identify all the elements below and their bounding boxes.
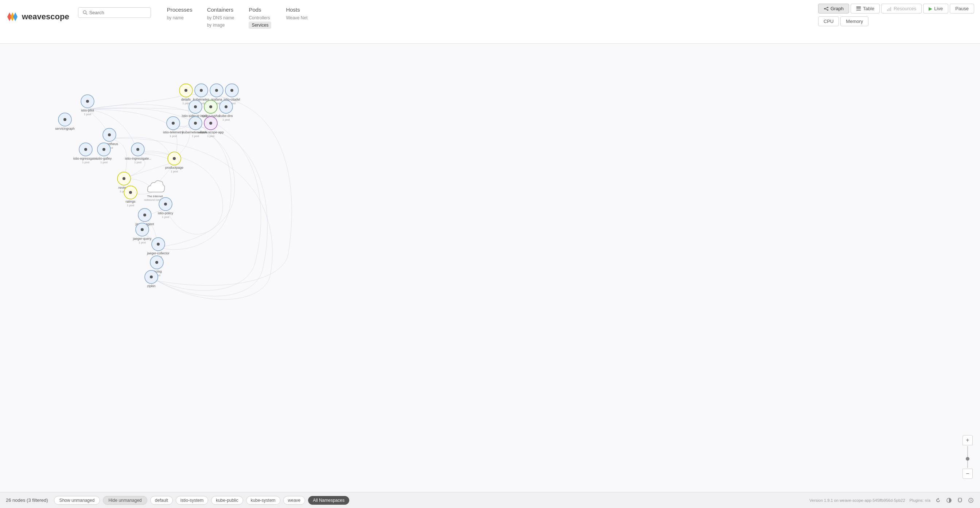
svg-text:1 pod: 1 pod: [192, 135, 199, 138]
svg-text:jaeger-query: jaeger-query: [133, 237, 152, 241]
resources-button[interactable]: Resources: [881, 4, 922, 13]
nav-pods-controllers[interactable]: Controllers: [249, 14, 271, 22]
logo-brand: weave: [22, 12, 46, 21]
svg-text:istio-policy: istio-policy: [158, 211, 173, 215]
svg-point-6: [827, 6, 829, 8]
graph-label: Graph: [830, 6, 844, 11]
svg-text:1 pod: 1 pod: [82, 161, 89, 164]
svg-text:1 pod: 1 pod: [84, 113, 91, 116]
node-zipkin[interactable]: zipkin: [145, 270, 158, 288]
search-area: [78, 0, 160, 18]
svg-point-103: [141, 228, 144, 231]
node-jaeger-query[interactable]: jaeger-query 1 pod: [133, 223, 152, 244]
memory-button[interactable]: Memory: [840, 16, 869, 26]
bottom-right: Version 1.9.1 on weave-scope-app-545ffb9…: [810, 497, 974, 503]
svg-text:istio-pilot: istio-pilot: [81, 109, 94, 112]
nav-processes[interactable]: Processes: [167, 4, 192, 14]
zoom-in-button[interactable]: +: [963, 435, 973, 445]
search-icon: [83, 10, 88, 15]
svg-point-22: [64, 118, 66, 121]
svg-text:details: details: [181, 98, 191, 101]
svg-line-8: [825, 7, 827, 8]
help-icon[interactable]: ?: [967, 497, 974, 503]
svg-text:zipkin: zipkin: [147, 284, 155, 288]
nav-pods[interactable]: Pods: [249, 4, 271, 14]
hide-unmanaged-button[interactable]: Hide unmanaged: [103, 496, 147, 505]
svg-point-77: [209, 122, 212, 125]
svg-point-18: [86, 100, 89, 103]
svg-text:1 pod: 1 pod: [134, 161, 142, 164]
node-count: 26 nodes (3 filtered): [6, 497, 48, 503]
svg-text:istio-ingressgate..: istio-ingressgate..: [125, 157, 151, 160]
svg-point-25: [108, 133, 111, 136]
svg-rect-118: [958, 498, 961, 502]
pause-button[interactable]: Pause: [950, 4, 974, 13]
svg-point-45: [185, 89, 188, 92]
main-content: istio-pilot 1 pod servicingraph promethe…: [0, 44, 980, 508]
svg-point-85: [123, 177, 126, 180]
namespace-all[interactable]: All Namespaces: [308, 496, 349, 505]
toolbar-row-1: Graph Table Resources ▶: [818, 4, 974, 13]
node-istio-pilot[interactable]: istio-pilot 1 pod: [81, 95, 94, 116]
svg-rect-13: [887, 9, 888, 11]
show-unmanaged-button[interactable]: Show unmanaged: [54, 496, 100, 505]
svg-point-53: [215, 89, 218, 92]
cpu-button[interactable]: CPU: [818, 16, 839, 26]
svg-point-3: [83, 11, 86, 13]
svg-line-4: [86, 13, 87, 15]
svg-point-65: [209, 105, 212, 108]
node-istio-galley[interactable]: istio-galley 1 pod: [96, 143, 112, 164]
svg-text:1 pod: 1 pod: [127, 204, 134, 207]
contrast-icon[interactable]: [946, 497, 952, 503]
node-istio-egressgate[interactable]: istio-egressgate.. 1 pod: [73, 143, 99, 164]
svg-text:weave-scope-app: weave-scope-app: [197, 130, 223, 134]
resources-icon: [887, 6, 892, 11]
node-kube-dns[interactable]: kube-dns 1 pod: [219, 100, 233, 121]
svg-text:The Internet: The Internet: [147, 195, 163, 198]
svg-text:istio-galley: istio-galley: [96, 157, 112, 160]
zoom-out-button[interactable]: −: [963, 468, 973, 479]
nav-hosts[interactable]: Hosts: [286, 4, 308, 14]
graph-button[interactable]: Graph: [818, 4, 849, 13]
graph-svg: istio-pilot 1 pod servicingraph promethe…: [0, 44, 980, 508]
refresh-icon[interactable]: [935, 497, 941, 503]
svg-marker-2: [13, 13, 18, 21]
nav-hosts-weavenet[interactable]: Weave Net: [286, 14, 308, 22]
namespace-istio-system[interactable]: istio-system: [176, 496, 208, 505]
toolbar-area: Graph Table Resources ▶: [811, 0, 974, 26]
node-ratings[interactable]: ratings 1 pod: [124, 186, 137, 207]
node-details[interactable]: details 1 pod: [180, 84, 192, 105]
svg-point-49: [200, 89, 203, 92]
debug-icon[interactable]: [957, 497, 963, 503]
nav-containers-byimage[interactable]: by image: [207, 22, 234, 29]
svg-point-41: [172, 122, 175, 125]
namespace-kube-system[interactable]: kube-system: [246, 496, 280, 505]
nav-containers[interactable]: Containers: [207, 4, 234, 14]
table-label: Table: [863, 6, 874, 11]
live-button[interactable]: ▶ Live: [923, 4, 948, 13]
node-istio-telemetry[interactable]: istio-telemetry 1 pod: [163, 117, 184, 138]
svg-point-61: [194, 105, 197, 108]
search-box[interactable]: [78, 7, 151, 18]
logo-suffix: scope: [46, 12, 69, 21]
node-jaeger-collector[interactable]: jaeger-collector 1 pod: [146, 238, 170, 259]
namespace-kube-public[interactable]: kube-public: [211, 496, 243, 505]
logo-text: weavescope: [22, 12, 69, 22]
namespace-default[interactable]: default: [150, 496, 173, 505]
node-productpage[interactable]: productpage 1 pod: [165, 152, 183, 173]
node-istio-ingressgate[interactable]: istio-ingressgate.. 1 pod: [125, 143, 151, 164]
node-istio-policy[interactable]: istio-policy 1 pod: [158, 197, 173, 219]
nav-processes-byname[interactable]: by name: [167, 14, 192, 22]
svg-text:jaeger-collector: jaeger-collector: [146, 251, 170, 255]
svg-point-73: [194, 122, 197, 125]
svg-point-99: [143, 214, 146, 216]
node-servicingraph[interactable]: servicingraph: [55, 113, 75, 130]
namespace-weave[interactable]: weave: [283, 496, 305, 505]
table-button[interactable]: Table: [851, 4, 880, 13]
nav-containers-bydns[interactable]: by DNS name: [207, 14, 234, 22]
version-text: Version 1.9.1 on weave-scope-app-545ffb9…: [810, 498, 905, 503]
zoom-slider-track[interactable]: [967, 446, 968, 468]
svg-point-7: [827, 9, 829, 11]
search-input[interactable]: [89, 10, 146, 15]
nav-pods-services[interactable]: Services: [249, 22, 271, 29]
